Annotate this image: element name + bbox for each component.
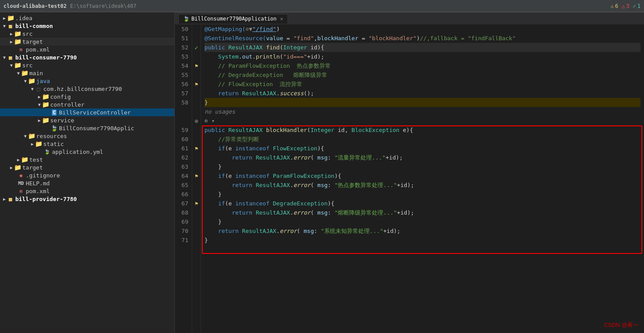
sidebar-item-main[interactable]: ▼ 📁 main [0,69,174,77]
close-icon[interactable]: ✕ [280,16,283,22]
xml-icon: m [17,46,24,53]
sidebar-item-bill-provider[interactable]: ▶ ■ bill-provider-7780 [0,195,174,203]
sidebar-item-billservicecontroller[interactable]: C BillServiceController [0,108,174,116]
sidebar-item-application[interactable]: 🍃 BillConsumer7790Applic [0,124,174,132]
sidebar-item-target2[interactable]: ▶ 📁 target [0,163,174,171]
warning-count: 6 [615,3,618,9]
module-icon: ■ [7,22,14,29]
sidebar-item-java[interactable]: ▼ 📁 java [0,77,174,85]
folder-icon: 📁 [21,69,28,76]
ok-icon: ✓ [633,3,636,9]
chevron-right-icon: ▶ [9,165,14,170]
chevron-down-icon: ▼ [9,62,14,68]
code-line-64: if(e instanceof ParamFlowException){ [204,171,641,180]
sidebar-item-label: BillConsumer7790Applic [59,125,134,132]
sidebar-item-bill-common[interactable]: ▼ ■ bill-common [0,22,174,30]
sidebar-item-pom1[interactable]: m pom.xml [0,45,174,53]
sidebar-item-src2[interactable]: ▼ 📁 src [0,61,174,69]
yml-icon: 🍃 [44,148,51,155]
chevron-down-icon: ▼ [16,70,21,76]
sidebar-item-test[interactable]: ▶ 📁 test [0,156,174,163]
folder-icon: 📁 [14,30,21,37]
spring-icon: 🍃 [51,125,58,132]
error-count: 3 [626,3,629,9]
sidebar-item-label: pom.xml [26,46,50,53]
chevron-down-icon: ▼ [30,86,35,91]
sidebar-item-label: application.yml [52,149,103,155]
folder-icon: 📁 [35,140,42,147]
ok-count: 1 [637,3,641,9]
sidebar-item-label: bill-provider-7780 [15,196,77,202]
sidebar-item-pom2[interactable]: m pom.xml [0,187,174,195]
code-line-53: System.out.println("id==="+id); [204,52,641,61]
sidebar-item-controller[interactable]: ▼ 📁 controller [0,101,174,108]
sidebar-item-bill-consumer[interactable]: ▼ ■ bill-consumer-7790 [0,53,174,61]
code-line-70: return ResultAJAX.error( msg: "系统未知异常处理.… [204,226,641,236]
code-line-68: return ResultAJAX.error( msg: "熔断降级异常处理.… [204,208,641,217]
top-bar-right: ⚠ 6 △ 3 ✓ 1 [611,3,641,9]
sidebar-item-label: src [22,62,32,69]
code-line-54: // ParamFlowException 热点参数异常 [204,61,641,70]
sidebar-item-static[interactable]: ▶ 📁 static [0,140,174,148]
error-badge: △ 3 [622,3,629,9]
project-name: cloud-alibaba-test02 [3,3,67,9]
folder-icon: 📁 [42,93,49,100]
code-line-55: // DegradeException 熔断降级异常 [204,70,641,80]
chevron-right-icon: ▶ [9,39,14,44]
sidebar-item-label: main [29,70,43,76]
ok-badge: ✓ 1 [633,3,641,9]
sidebar-item-label: service [50,117,74,124]
chevron-right-icon: ▶ [37,118,42,123]
chevron-right-icon: ▶ [2,15,7,21]
gutter: ✓ ⚑ ⚑ ⊕ ⚑ ⚑ ⚑ [192,24,201,333]
editor-area: 🍃 BillConsumer7790Application ✕ 50 51 52… [175,12,644,333]
code-line-71: } [204,236,641,245]
sidebar-item-label: pom.xml [26,188,50,194]
gutter-symbol: ⊙▼ [246,24,253,34]
sidebar-item-src1[interactable]: ▶ 📁 src [0,30,174,38]
sidebar-item-label: com.hz.billconsumer7790 [43,86,122,92]
folder-icon: 📁 [7,14,14,21]
sidebar-item-gitignore[interactable]: ◉ .gitignore [0,171,174,179]
sidebar-item-config[interactable]: ▶ 📁 config [0,93,174,101]
md-icon: MD [17,180,24,187]
chevron-right-icon: ▶ [30,141,35,146]
code-line-59: public ResultAJAX blockHandler(Integer i… [204,125,641,135]
xml-icon: m [17,187,24,194]
sidebar-item-helpmd[interactable]: MD HELP.md [0,179,174,187]
folder-icon: 📁 [14,38,21,45]
annotation-token: @GetMapping( [204,24,246,34]
annotation-token: @SentinelResource( [204,34,266,43]
spring-tab-icon: 🍃 [183,16,190,22]
sidebar-item-resources[interactable]: ▼ 📁 resources [0,132,174,140]
main-content: ▶ 📁 .idea ▼ ■ bill-common ▶ 📁 src ▶ 📁 ta… [0,12,644,333]
sidebar-item-label: target [22,164,43,171]
sidebar-item-label: test [29,156,43,163]
sidebar-item-appyml[interactable]: 🍃 application.yml [0,148,174,156]
sidebar-item-label: src [22,31,32,37]
chevron-right-icon: ▶ [16,157,21,162]
chevron-down-icon: ▼ [23,133,28,139]
code-line-63: } [204,162,641,171]
folder-icon: 📁 [42,101,49,108]
sidebar-item-package[interactable]: ▼ ⬚ com.hz.billconsumer7790 [0,85,174,93]
code-container[interactable]: 50 51 52 53 54 55 56 57 58 - - 59 60 61 … [175,24,644,333]
sidebar-item-label: static [43,141,64,147]
sidebar-item-label: bill-common [15,23,53,29]
code-line-50: @GetMapping(⊙▼"/find") [204,24,641,34]
collapse-icon: ⊕ ▾ [204,116,215,125]
module-icon: ■ [7,54,14,61]
code-line-69: } [204,217,641,226]
tab-label: BillConsumer7790Application [191,16,277,22]
package-icon: ⬚ [35,85,42,92]
sidebar-item-label: BillServiceController [59,109,131,116]
code-line-60: //异常类型判断 [204,135,641,144]
sidebar-item-target1[interactable]: ▶ 📁 target [0,38,174,45]
class-icon: C [51,109,58,116]
folder-blue-icon: 📁 [28,77,35,84]
csdn-watermark: CSDN @蒋一 [604,320,639,330]
tab-billconsumer[interactable]: 🍃 BillConsumer7790Application ✕ [178,14,288,24]
sidebar-item-idea[interactable]: ▶ 📁 .idea [0,14,174,22]
sidebar-item-service[interactable]: ▶ 📁 service [0,116,174,124]
sidebar-item-label: java [36,78,50,84]
